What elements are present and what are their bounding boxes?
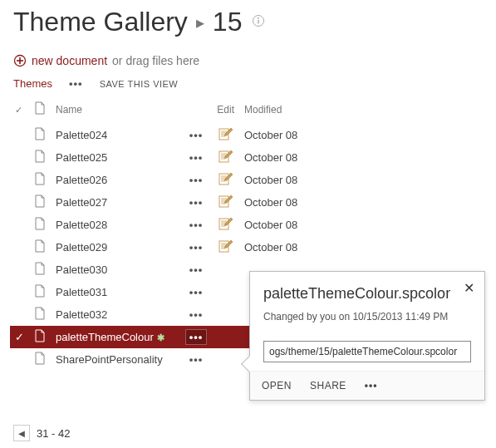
callout-subtitle: Changed by you on 10/15/2013 11:49 PM xyxy=(263,311,471,322)
file-icon xyxy=(29,191,51,214)
callout-more-button[interactable]: ••• xyxy=(365,380,378,391)
row-checkbox[interactable] xyxy=(10,124,29,146)
edit-button[interactable] xyxy=(212,191,239,214)
modified-cell: October 08 xyxy=(239,169,317,191)
file-name-link[interactable]: paletteThemeColour xyxy=(56,331,154,343)
pager-prev-button[interactable]: ◄ xyxy=(13,425,30,441)
name-header[interactable]: Name xyxy=(51,96,180,124)
edit-button[interactable] xyxy=(212,214,239,236)
row-checkbox[interactable] xyxy=(10,169,29,191)
breadcrumb-chevron-icon: ▸ xyxy=(196,12,204,32)
pager-range: 31 - 42 xyxy=(37,427,70,440)
modified-cell: October 08 xyxy=(239,214,317,236)
file-name-link[interactable]: Palette027 xyxy=(56,196,107,209)
row-checkbox[interactable]: ✓ xyxy=(10,326,29,348)
file-name-link[interactable]: Palette031 xyxy=(56,286,107,298)
file-name-link[interactable]: Palette026 xyxy=(56,174,107,186)
file-name-link[interactable]: Palette025 xyxy=(56,151,107,164)
edit-button[interactable] xyxy=(212,146,239,169)
file-name-link[interactable]: Palette030 xyxy=(56,263,107,276)
edit-button[interactable] xyxy=(212,236,239,258)
file-icon xyxy=(29,169,51,191)
select-all-header[interactable]: ✓ xyxy=(10,96,29,124)
file-name-link[interactable]: Palette024 xyxy=(56,129,107,141)
edit-header[interactable]: Edit xyxy=(212,96,239,124)
file-icon xyxy=(29,214,51,236)
page-header: Theme Gallery ▸ 15 xyxy=(0,0,496,42)
row-menu-button[interactable]: ••• xyxy=(189,263,204,276)
row-checkbox[interactable] xyxy=(10,214,29,236)
file-icon xyxy=(29,281,51,303)
svg-rect-5 xyxy=(17,60,23,62)
new-document-link[interactable]: new document xyxy=(32,54,107,67)
callout-url-input[interactable] xyxy=(263,341,471,362)
row-menu-button[interactable]: ••• xyxy=(189,196,204,209)
file-name-link[interactable]: SharePointPersonality xyxy=(56,353,163,366)
pager: ◄ 31 - 42 xyxy=(13,425,70,441)
file-name-link[interactable]: Palette028 xyxy=(56,219,107,231)
add-icon[interactable] xyxy=(13,54,27,67)
modified-cell: October 08 xyxy=(239,191,317,214)
tab-themes[interactable]: Themes xyxy=(13,77,52,95)
table-row[interactable]: Palette025•••October 08 xyxy=(10,146,317,169)
file-icon xyxy=(29,236,51,258)
modified-cell: October 08 xyxy=(239,146,317,169)
file-name-link[interactable]: Palette029 xyxy=(56,241,107,254)
file-icon xyxy=(29,348,51,371)
svg-point-1 xyxy=(258,17,260,19)
save-view-button[interactable]: SAVE THIS VIEW xyxy=(100,79,179,94)
new-document-row: new document or drag files here xyxy=(0,42,496,72)
file-icon xyxy=(29,326,51,348)
row-menu-button[interactable]: ••• xyxy=(189,308,204,321)
svg-rect-2 xyxy=(258,20,259,24)
views-menu-button[interactable]: ••• xyxy=(69,77,83,95)
callout-close-button[interactable]: ✕ xyxy=(464,280,474,296)
edit-button[interactable] xyxy=(212,124,239,146)
table-row[interactable]: Palette026•••October 08 xyxy=(10,169,317,191)
title-theme-gallery[interactable]: Theme Gallery xyxy=(13,7,188,37)
file-icon xyxy=(29,303,51,326)
new-badge-icon: ✱ xyxy=(157,332,165,342)
row-checkbox[interactable] xyxy=(10,348,29,371)
item-callout: ✕ paletteThemeColour.spcolor Changed by … xyxy=(249,271,485,401)
file-icon xyxy=(29,146,51,169)
row-menu-button[interactable]: ••• xyxy=(185,329,208,345)
row-checkbox[interactable] xyxy=(10,191,29,214)
row-checkbox[interactable] xyxy=(10,281,29,303)
file-icon xyxy=(29,258,51,281)
table-row[interactable]: Palette027•••October 08 xyxy=(10,191,317,214)
modified-header[interactable]: Modified xyxy=(239,96,317,124)
row-menu-button[interactable]: ••• xyxy=(189,241,204,254)
callout-footer: OPEN SHARE ••• xyxy=(250,371,484,400)
row-menu-button[interactable]: ••• xyxy=(189,286,204,298)
row-menu-button[interactable]: ••• xyxy=(189,353,204,366)
row-menu-button[interactable]: ••• xyxy=(189,219,204,231)
row-checkbox[interactable] xyxy=(10,258,29,281)
row-checkbox[interactable] xyxy=(10,146,29,169)
drag-hint: or drag files here xyxy=(112,54,199,67)
breadcrumb-current: 15 xyxy=(213,7,243,37)
row-menu-button[interactable]: ••• xyxy=(189,151,204,164)
view-toolbar: Themes ••• SAVE THIS VIEW xyxy=(0,72,496,96)
callout-share-button[interactable]: SHARE xyxy=(310,380,346,391)
callout-title: paletteThemeColour.spcolor xyxy=(263,285,471,303)
column-header-row: ✓ Name Edit Modified xyxy=(10,96,317,124)
row-checkbox[interactable] xyxy=(10,303,29,326)
file-name-link[interactable]: Palette032 xyxy=(56,308,107,321)
file-icon xyxy=(29,124,51,146)
modified-cell: October 08 xyxy=(239,236,317,258)
type-header[interactable] xyxy=(29,96,51,124)
row-checkbox[interactable] xyxy=(10,236,29,258)
row-menu-button[interactable]: ••• xyxy=(189,174,204,186)
info-icon[interactable] xyxy=(252,14,265,31)
edit-button[interactable] xyxy=(212,169,239,191)
table-row[interactable]: Palette028•••October 08 xyxy=(10,214,317,236)
callout-open-button[interactable]: OPEN xyxy=(262,380,292,391)
row-menu-button[interactable]: ••• xyxy=(189,129,204,141)
table-row[interactable]: Palette029•••October 08 xyxy=(10,236,317,258)
table-row[interactable]: Palette024•••October 08 xyxy=(10,124,317,146)
modified-cell: October 08 xyxy=(239,124,317,146)
